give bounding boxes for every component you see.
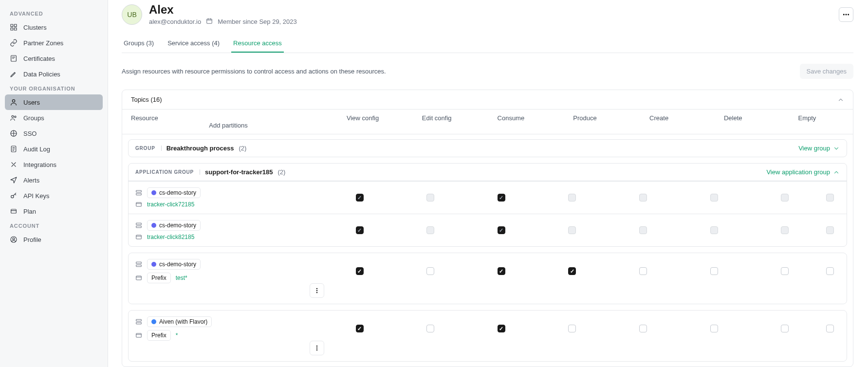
sidebar-item-data-policies[interactable]: Data Policies [5, 66, 103, 82]
permission-checkbox[interactable] [568, 267, 576, 275]
sidebar-item-clusters[interactable]: Clusters [5, 19, 103, 35]
svg-point-28 [316, 290, 317, 291]
sidebar-item-label: Integrations [23, 161, 56, 168]
permission-checkbox[interactable] [710, 267, 718, 275]
cluster-chip[interactable]: cs-demo-story [147, 187, 201, 198]
permission-checkbox [568, 194, 576, 202]
sidebar-item-sso[interactable]: SSO [5, 126, 103, 141]
sidebar-item-groups[interactable]: Groups [5, 110, 103, 126]
log-icon [10, 145, 18, 153]
group-count: (2) [239, 145, 246, 152]
cluster-chip[interactable]: cs-demo-story [147, 259, 201, 270]
svg-point-34 [316, 348, 317, 349]
sidebar-item-integrations[interactable]: Integrations [5, 157, 103, 172]
permission-checkbox[interactable] [826, 267, 834, 275]
svg-point-16 [846, 14, 847, 15]
permission-checkbox [826, 226, 834, 234]
resource-link[interactable]: tracker-click72185 [147, 201, 194, 208]
prefix-value[interactable]: test* [176, 275, 187, 281]
sidebar-item-certificates[interactable]: Certificates [5, 51, 103, 66]
permission-checkbox[interactable] [498, 267, 505, 275]
permission-checkbox [639, 194, 647, 202]
group-badge: GROUP [135, 146, 162, 151]
sidebar-item-label: Certificates [23, 55, 55, 62]
sidebar-item-profile[interactable]: Profile [5, 232, 103, 247]
permission-checkbox[interactable] [826, 325, 834, 332]
chevron-up-icon[interactable] [837, 96, 844, 103]
tab-groups[interactable]: Groups (3) [122, 35, 156, 53]
column-header: Consume [474, 114, 548, 122]
permission-checkbox[interactable] [710, 325, 718, 332]
row-menu-button[interactable] [310, 341, 324, 355]
permission-checkbox[interactable] [498, 325, 505, 332]
avatar: UB [122, 4, 142, 25]
calendar-icon [206, 18, 213, 26]
view-app-group-link[interactable]: View application group [766, 168, 840, 176]
row-menu-button[interactable] [310, 283, 324, 298]
sidebar-item-api-keys[interactable]: API Keys [5, 188, 103, 203]
sidebar-item-plan[interactable]: Plan [5, 203, 103, 219]
permission-checkbox [826, 194, 834, 202]
permission-checkbox[interactable] [426, 325, 434, 332]
sidebar-item-partner-zones[interactable]: Partner Zones [5, 35, 103, 51]
svg-rect-30 [136, 319, 142, 321]
prefix-value[interactable]: * [176, 332, 178, 339]
permission-checkbox[interactable] [781, 325, 789, 332]
resource-row: cs-demo-storytracker-click82185 [129, 214, 847, 246]
column-header: Create [622, 114, 696, 122]
application-group: APPLICATION GROUPsupport-for-tracker185(… [128, 163, 847, 247]
group-name: Breakthrough process [166, 145, 234, 152]
sidebar-item-alerts[interactable]: Alerts [5, 172, 103, 188]
rows-container: GROUPBreakthrough process(2)View group A… [122, 134, 853, 367]
svg-rect-19 [136, 193, 142, 195]
user-name: Alex [149, 3, 297, 17]
permission-checkbox[interactable] [356, 325, 364, 332]
plan-icon [10, 207, 18, 215]
svg-point-35 [316, 349, 317, 350]
group-row: GROUPBreakthrough process(2)View group [128, 139, 847, 157]
cluster-chip[interactable]: cs-demo-story [147, 220, 201, 231]
svg-rect-0 [11, 24, 13, 27]
permission-checkbox [781, 226, 789, 234]
sidebar-section-title: YOUR ORGANISATION [5, 82, 103, 94]
tab-resource[interactable]: Resource access [231, 35, 284, 53]
permission-checkbox [639, 226, 647, 234]
view-group-link[interactable]: View group [798, 145, 840, 152]
user-header: UB Alex alex@conduktor.io Member since S… [122, 0, 868, 26]
grid-icon [10, 23, 18, 31]
svg-rect-24 [136, 262, 142, 264]
permission-checkbox[interactable] [639, 325, 647, 332]
member-since: Member since Sep 29, 2023 [218, 18, 297, 25]
cluster-icon [135, 318, 142, 325]
sidebar-item-users[interactable]: Users [5, 94, 103, 110]
svg-rect-14 [207, 19, 212, 23]
svg-point-15 [843, 14, 844, 15]
svg-rect-2 [11, 28, 13, 30]
column-header: Edit config [400, 114, 474, 122]
prefix-chip: Prefix [147, 273, 171, 283]
key-icon [10, 192, 18, 200]
permission-checkbox[interactable] [639, 267, 647, 275]
svg-point-6 [12, 115, 14, 117]
sidebar-item-audit-log[interactable]: Audit Log [5, 141, 103, 157]
panel-title: Topics (16) [131, 96, 162, 103]
app-group-name: support-for-tracker185 [205, 168, 273, 176]
permission-checkbox[interactable] [568, 325, 576, 332]
more-actions-button[interactable] [839, 7, 853, 22]
tab-service[interactable]: Service access (4) [166, 35, 222, 53]
permission-checkbox[interactable] [426, 267, 434, 275]
column-header: Empty [770, 114, 844, 122]
sidebar-item-label: Groups [23, 114, 44, 122]
cluster-chip[interactable]: Aiven (with Flavor) [147, 316, 212, 327]
sidebar-item-label: Plan [23, 208, 36, 215]
cluster-icon [135, 189, 142, 196]
resource-link[interactable]: tracker-click82185 [147, 234, 194, 240]
permission-checkbox[interactable] [781, 267, 789, 275]
svg-point-33 [316, 346, 317, 347]
app-group-count: (2) [278, 168, 286, 176]
cert-icon [10, 55, 18, 62]
permission-checkbox[interactable] [356, 267, 364, 275]
svg-rect-26 [136, 276, 142, 280]
save-changes-button[interactable]: Save changes [800, 64, 853, 79]
tabs: Groups (3)Service access (4)Resource acc… [122, 35, 853, 53]
